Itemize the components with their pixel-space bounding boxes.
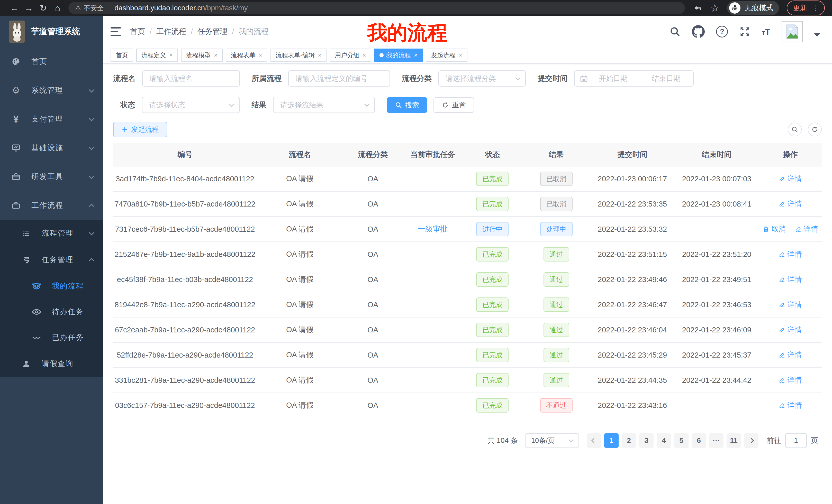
refresh-table-button[interactable] xyxy=(808,122,822,136)
page-button[interactable]: 11 xyxy=(727,433,741,448)
detail-link[interactable]: 详情 xyxy=(779,174,802,184)
view-tab[interactable]: 流程模型 × xyxy=(181,49,223,62)
page-size-select[interactable]: 10条/页 xyxy=(525,433,579,448)
collapse-menu-icon[interactable] xyxy=(110,27,121,36)
home-icon[interactable]: ⌂ xyxy=(50,2,65,14)
bookmark-star-icon[interactable]: ☆ xyxy=(710,2,719,14)
process-def-input[interactable] xyxy=(288,71,390,87)
breadcrumb-item[interactable]: 任务管理 xyxy=(198,26,227,37)
sidebar-item-system[interactable]: ⚙ 系统管理 xyxy=(0,76,103,105)
back-icon[interactable]: ← xyxy=(7,2,22,14)
cell-process-id: 52ffd28e-7b9a-11ec-a290-acde48001122 xyxy=(113,351,257,359)
detail-link[interactable]: 详情 xyxy=(779,275,802,284)
view-tab[interactable]: 流程表单 × xyxy=(226,49,267,62)
detail-link[interactable]: 详情 xyxy=(779,325,802,335)
view-tab[interactable]: 用户分组 × xyxy=(330,49,371,62)
sidebar-item-home[interactable]: 首页 xyxy=(0,47,103,76)
sidebar-item-process-mgmt[interactable]: 流程管理 xyxy=(0,220,103,247)
close-icon[interactable]: × xyxy=(318,52,321,59)
close-icon[interactable]: × xyxy=(214,52,217,59)
close-icon[interactable]: × xyxy=(259,52,262,59)
current-task-link[interactable]: 一级审批 xyxy=(418,224,448,234)
submit-time-range-picker[interactable]: 开始日期 - 结束日期 xyxy=(574,71,694,87)
breadcrumb-separator: / xyxy=(150,27,152,36)
view-tab[interactable]: 首页 × xyxy=(110,49,133,62)
detail-link[interactable]: 详情 xyxy=(779,350,802,360)
cell-process-id: 3ad174fb-7b9d-11ec-8404-acde48001122 xyxy=(113,175,257,183)
next-page-button[interactable] xyxy=(744,433,758,448)
close-icon[interactable]: × xyxy=(169,52,173,59)
result-select[interactable] xyxy=(273,97,375,113)
address-bar[interactable]: ⚠ 不安全 dashboard.yudao.iocoder.cn /bpm/ta… xyxy=(69,2,685,14)
cell-end-time: 2022-01-22 23:49:51 xyxy=(674,275,759,284)
search-button[interactable]: 搜索 xyxy=(387,97,427,113)
forward-icon[interactable]: → xyxy=(22,2,36,14)
kebab-menu-icon[interactable]: ⋮ xyxy=(812,4,818,12)
cell-process-id: 2152467e-7b9b-11ec-9a1b-acde48001122 xyxy=(113,250,257,259)
chevron-down-icon[interactable] xyxy=(814,33,820,37)
reload-icon[interactable]: ↻ xyxy=(36,2,50,14)
sidebar-item-task-mgmt[interactable]: 任务管理 xyxy=(0,247,103,273)
result-badge: 不通过 xyxy=(540,398,573,413)
cancel-link[interactable]: 取消 xyxy=(762,224,786,234)
app-logo xyxy=(9,21,25,43)
status-badge: 已完成 xyxy=(476,172,509,186)
table-row: 67c2eaab-7b9a-11ec-a290-acde48001122 OA … xyxy=(113,317,822,343)
sidebar-item-done-tasks[interactable]: 已办任务 xyxy=(0,325,103,351)
prev-page-button[interactable] xyxy=(587,433,601,448)
page-button[interactable]: 1 xyxy=(604,433,619,448)
page-button[interactable]: ··· xyxy=(709,433,724,448)
show-search-button[interactable] xyxy=(788,122,802,136)
detail-link[interactable]: 详情 xyxy=(779,199,802,209)
github-icon[interactable] xyxy=(692,25,705,38)
breadcrumb-item[interactable]: 首页 xyxy=(130,26,145,37)
view-tab[interactable]: 流程表单-编辑 × xyxy=(270,49,327,62)
avatar[interactable] xyxy=(782,21,803,42)
fullscreen-icon[interactable] xyxy=(739,26,751,37)
page-button[interactable]: 2 xyxy=(622,433,636,448)
close-icon[interactable]: × xyxy=(363,52,366,59)
status-select[interactable] xyxy=(142,97,240,113)
sidebar-item-todo-tasks[interactable]: 待办任务 xyxy=(0,299,103,325)
close-icon[interactable]: × xyxy=(459,52,462,59)
search-icon[interactable] xyxy=(669,26,681,37)
view-tab[interactable]: 流程定义 × xyxy=(136,49,178,62)
detail-link[interactable]: 详情 xyxy=(795,224,818,234)
cell-submit-time: 2022-01-22 23:46:04 xyxy=(590,326,675,334)
cell-category: OA xyxy=(343,225,402,233)
create-process-button[interactable]: 发起流程 xyxy=(113,122,167,137)
app-logo-row[interactable]: 芋道管理系统 xyxy=(0,16,103,47)
category-select[interactable] xyxy=(438,71,526,87)
page-button[interactable]: 6 xyxy=(692,433,706,448)
page-button[interactable]: 5 xyxy=(674,433,688,448)
incognito-icon xyxy=(729,2,740,13)
column-header: 结果 xyxy=(522,149,590,160)
sidebar-item-payment[interactable]: ¥ 支付管理 xyxy=(0,105,103,134)
detail-link[interactable]: 详情 xyxy=(779,400,802,410)
help-icon[interactable]: ? xyxy=(716,26,728,37)
close-icon[interactable]: × xyxy=(414,52,418,59)
view-tab[interactable]: 我的流程 × xyxy=(374,49,423,62)
column-header: 操作 xyxy=(759,149,822,160)
goto-page-input[interactable] xyxy=(785,433,807,448)
update-button[interactable]: 更新 ⋮ xyxy=(787,1,825,16)
key-icon[interactable] xyxy=(694,4,702,12)
page-button[interactable]: 3 xyxy=(639,433,654,448)
sidebar-item-devtools[interactable]: 研发工具 xyxy=(0,162,103,191)
cell-category: OA xyxy=(343,250,402,259)
view-tab[interactable]: 发起流程 × xyxy=(426,49,467,62)
breadcrumb-item[interactable]: 工作流程 xyxy=(156,26,186,37)
sidebar-item-leave-query[interactable]: 请假查询 xyxy=(0,351,103,377)
page-button[interactable]: 4 xyxy=(657,433,671,448)
detail-link[interactable]: 详情 xyxy=(779,300,802,310)
edit-icon xyxy=(779,276,785,283)
sidebar-item-workflow[interactable]: 工作流程 xyxy=(0,191,103,220)
reset-button[interactable]: 重置 xyxy=(434,97,474,113)
detail-link[interactable]: 详情 xyxy=(779,375,802,385)
detail-link[interactable]: 详情 xyxy=(779,249,802,259)
font-size-icon[interactable]: тT xyxy=(762,27,770,37)
sidebar-item-my-process[interactable]: 我的流程 xyxy=(0,273,103,299)
sidebar-item-infra[interactable]: 基础设施 xyxy=(0,134,103,162)
process-name-input[interactable] xyxy=(142,71,240,87)
cell-process-name: OA 请假 xyxy=(257,224,343,234)
